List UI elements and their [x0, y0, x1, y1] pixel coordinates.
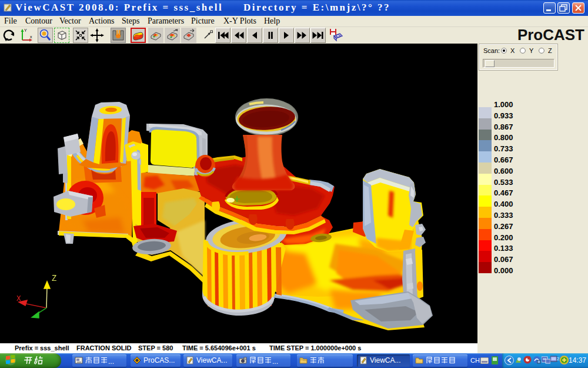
svg-text:Z: Z — [52, 274, 56, 283]
svg-text:x: x — [30, 35, 32, 39]
svg-text:X: X — [16, 294, 21, 303]
svg-text:Y: Y — [24, 28, 27, 32]
